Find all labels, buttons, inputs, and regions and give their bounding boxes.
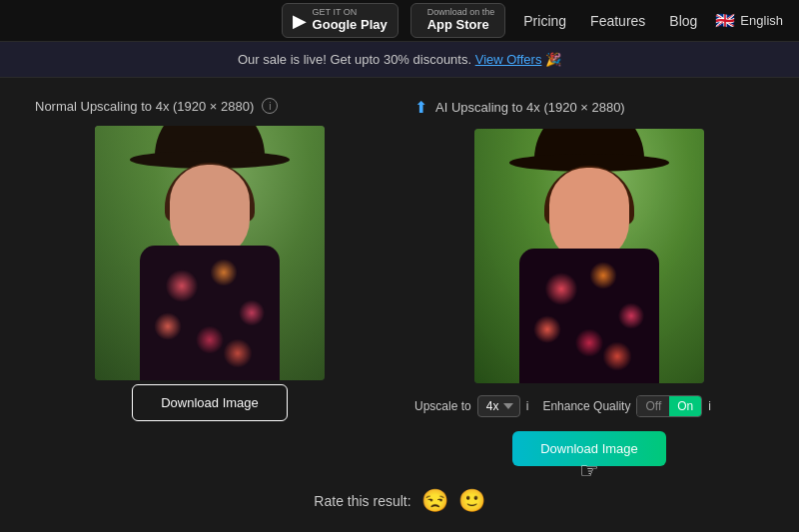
enhance-label: Enhance Quality bbox=[542, 399, 630, 413]
normal-upscaling-panel: Normal Upscaling to 4x (1920 × 2880) i bbox=[35, 98, 385, 421]
language-label: English bbox=[740, 13, 783, 28]
upscale-select[interactable]: 4x 2x 8x bbox=[477, 395, 520, 417]
ai-panel-header: ⬆ AI Upscaling to 4x (1920 × 2880) bbox=[414, 98, 625, 117]
enhance-on-button[interactable]: On bbox=[669, 396, 701, 416]
google-play-small-text: GET IT ON bbox=[313, 8, 388, 17]
normal-portrait-image bbox=[95, 126, 325, 380]
rating-row: Rate this result: 😒 🙂 bbox=[314, 488, 484, 514]
ai-portrait-image bbox=[474, 129, 704, 383]
comparison-row: Normal Upscaling to 4x (1920 × 2880) i bbox=[30, 98, 769, 466]
upscale-info-icon[interactable]: i bbox=[526, 399, 529, 413]
rating-neutral-emoji[interactable]: 🙂 bbox=[458, 488, 485, 514]
sale-emoji: 🎉 bbox=[545, 52, 561, 67]
enhance-off-button[interactable]: Off bbox=[637, 396, 669, 416]
ai-download-wrapper: Download Image ☞ bbox=[512, 427, 666, 466]
app-store-button[interactable]: Download on the App Store bbox=[410, 3, 506, 38]
normal-download-button[interactable]: Download Image bbox=[132, 384, 288, 421]
app-store-small-text: Download on the bbox=[427, 8, 495, 17]
sale-text: Our sale is live! Get upto 30% discounts… bbox=[238, 52, 471, 67]
view-offers-link[interactable]: View Offers bbox=[475, 52, 542, 67]
app-store-big-text: App Store bbox=[427, 17, 495, 33]
enhance-toggle: Off On bbox=[636, 395, 702, 417]
enhance-info-icon[interactable]: i bbox=[708, 399, 711, 413]
ai-download-button[interactable]: Download Image bbox=[512, 431, 666, 466]
ai-image-container bbox=[474, 129, 704, 383]
normal-panel-header: Normal Upscaling to 4x (1920 × 2880) i bbox=[35, 98, 278, 114]
upscale-label: Upscale to bbox=[414, 399, 471, 413]
rating-label: Rate this result: bbox=[314, 493, 410, 509]
normal-info-icon[interactable]: i bbox=[262, 98, 278, 114]
sale-banner: Our sale is live! Get upto 30% discounts… bbox=[0, 42, 799, 78]
ai-controls-row: Upscale to 4x 2x 8x i Enhance Quality Of… bbox=[414, 395, 711, 417]
enhance-control-group: Enhance Quality Off On i bbox=[542, 395, 711, 417]
language-selector[interactable]: 🇬🇧 English bbox=[715, 11, 783, 30]
pricing-link[interactable]: Pricing bbox=[517, 13, 572, 29]
ai-upscaling-panel: ⬆ AI Upscaling to 4x (1920 × 2880) bbox=[414, 98, 764, 466]
features-link[interactable]: Features bbox=[584, 13, 651, 29]
ai-panel-title: AI Upscaling to 4x (1920 × 2880) bbox=[435, 100, 625, 115]
rating-sad-emoji[interactable]: 😒 bbox=[421, 488, 448, 514]
main-content: Normal Upscaling to 4x (1920 × 2880) i bbox=[0, 78, 799, 532]
google-play-button[interactable]: ▶ GET IT ON Google Play bbox=[282, 3, 399, 38]
navbar: ▶ GET IT ON Google Play Download on the … bbox=[0, 0, 799, 42]
normal-image-container bbox=[95, 126, 325, 380]
flag-icon: 🇬🇧 bbox=[715, 11, 735, 30]
blog-link[interactable]: Blog bbox=[663, 13, 703, 29]
upscale-control-group: Upscale to 4x 2x 8x i bbox=[414, 395, 528, 417]
ai-upscale-icon: ⬆ bbox=[414, 98, 427, 117]
normal-panel-title: Normal Upscaling to 4x (1920 × 2880) bbox=[35, 99, 254, 114]
google-play-big-text: Google Play bbox=[313, 17, 388, 33]
google-play-icon: ▶ bbox=[293, 12, 307, 30]
